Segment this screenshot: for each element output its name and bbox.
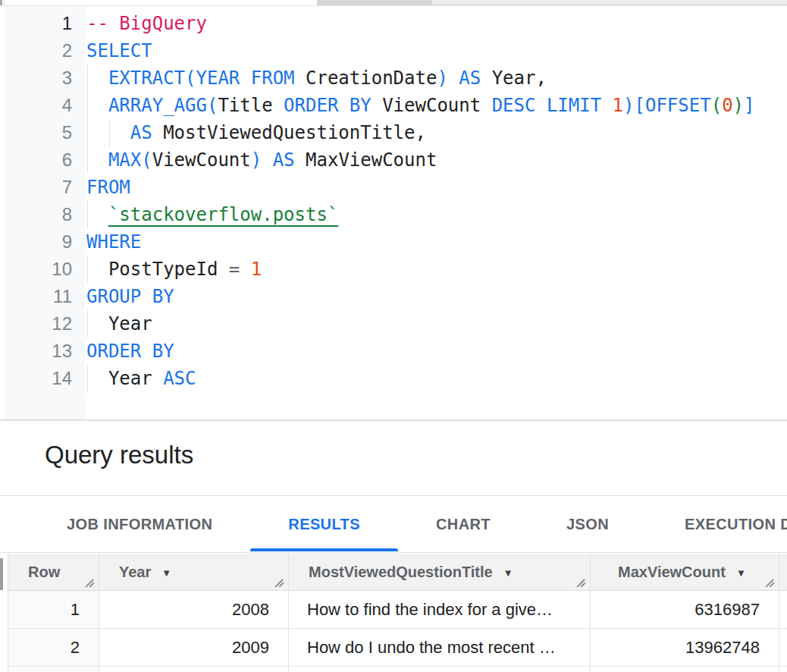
code-line: 4 ARRAY_AGG(Title ORDER BY ViewCount DES… [5,92,787,119]
code-line: 1-- BigQuery [5,10,787,37]
code-text: Year ASC [85,365,787,392]
column-resize-handle[interactable] [274,576,285,588]
table-row [8,667,787,672]
sql-editor[interactable]: 1-- BigQuery2SELECT3 EXTRACT(YEAR FROM C… [0,5,787,419]
code-text: PostTypeId = 1 [85,256,787,283]
code-text: MAX(ViewCount) AS MaxViewCount [85,146,787,174]
code-line: 3 EXTRACT(YEAR FROM CreationDate) AS Yea… [5,64,787,92]
cell [779,629,787,666]
results-tab-bar: JOB INFORMATIONRESULTSCHARTJSONEXECUTION… [0,497,787,553]
code-text: EXTRACT(YEAR FROM CreationDate) AS Year, [85,64,787,92]
indent-guide [109,119,110,146]
sort-arrow-icon[interactable]: ▼ [736,567,746,579]
bigquery-screen: 1-- BigQuery2SELECT3 EXTRACT(YEAR FROM C… [0,0,787,672]
line-number: 13 [5,338,85,365]
code-text: ARRAY_AGG(Title ORDER BY ViewCount DESC … [85,92,787,119]
cell: 2008 [99,591,289,628]
query-results-header: Query results [0,421,787,495]
column-header-mostviewedquestiontitle[interactable]: MostViewedQuestionTitle▼ [289,554,591,590]
column-header-stub [779,554,787,590]
cell: 13962748 [591,629,779,666]
tab-json[interactable]: JSON [528,497,647,552]
cell [779,591,787,628]
indent-guide [87,64,88,92]
table-scrollbar-fragment[interactable] [0,558,3,590]
code-line: 14 Year ASC [5,365,787,392]
code-line: 10 PostTypeId = 1 [5,256,787,283]
column-header-maxviewcount[interactable]: MaxViewCount▼ [591,554,779,590]
tab-execution-details[interactable]: EXECUTION DETAILS [647,497,787,552]
line-number: 9 [5,228,85,256]
indent-guide [87,92,88,119]
column-resize-handle[interactable] [575,576,587,588]
column-label: MostViewedQuestionTitle [309,564,493,581]
code-line: 13ORDER BY [5,338,787,365]
code-line: 11GROUP BY [5,283,787,310]
indent-guide [87,365,88,392]
code-line: 5 AS MostViewedQuestionTitle, [5,119,787,146]
cell: 2009 [99,629,289,666]
line-number: 2 [5,37,85,64]
code-text: -- BigQuery [85,10,787,37]
code-text: AS MostViewedQuestionTitle, [85,119,787,146]
cell: 6316987 [591,591,779,628]
results-table: RowYear▼MostViewedQuestionTitle▼MaxViewC… [8,554,787,672]
code-line: 6 MAX(ViewCount) AS MaxViewCount [5,146,787,174]
line-number: 5 [5,119,85,146]
cell: How to find the index for a give… [289,591,591,628]
sort-arrow-icon[interactable]: ▼ [161,567,171,579]
tab-job-information[interactable]: JOB INFORMATION [29,497,250,552]
tab-chart[interactable]: CHART [398,497,528,552]
column-header-row[interactable]: Row [8,554,99,590]
code-text: FROM [85,174,787,201]
code-text: `stackoverflow.posts` [85,201,787,228]
code-text: Year [85,310,787,338]
line-number: 6 [5,146,85,174]
column-resize-handle[interactable] [764,576,776,588]
indent-guide [87,119,88,146]
code-line: 8 `stackoverflow.posts` [5,201,787,228]
code-line: 2SELECT [5,37,787,64]
code-text: SELECT [85,37,787,64]
page-title: Query results [0,421,787,469]
line-number: 11 [5,283,85,310]
line-number: 10 [5,256,85,283]
line-number: 12 [5,310,85,338]
cell: 2 [8,629,99,666]
column-header-year[interactable]: Year▼ [99,554,289,590]
top-strip [432,0,787,5]
cell [289,667,591,672]
line-number: 4 [5,92,85,119]
table-row: 12008How to find the index for a give…63… [8,591,787,629]
line-number: 14 [5,365,85,392]
cell [591,667,779,672]
code-text: WHERE [85,228,787,256]
section-divider [0,495,787,496]
code-text: GROUP BY [85,283,787,310]
line-number: 1 [5,10,85,37]
indent-guide [87,201,88,228]
column-label: Year [119,564,151,581]
table-header-row: RowYear▼MostViewedQuestionTitle▼MaxViewC… [8,554,787,591]
code-line: 7FROM [5,174,787,201]
column-resize-handle[interactable] [84,576,96,588]
line-number: 8 [5,201,85,228]
cell [779,667,787,672]
code-line: 9WHERE [5,228,787,256]
indent-guide [87,146,88,174]
cell [99,667,289,672]
code-line: 12 Year [5,310,787,338]
code-text: ORDER BY [85,338,787,365]
cell [8,667,99,672]
tab-results[interactable]: RESULTS [250,497,398,552]
cell: How do I undo the most recent … [289,629,591,666]
indent-guide [87,256,88,283]
sort-arrow-icon[interactable]: ▼ [503,567,513,579]
top-scrollbar-fragment[interactable] [317,0,432,5]
indent-guide [87,310,88,338]
cell: 1 [8,591,99,628]
table-row: 22009How do I undo the most recent …1396… [8,629,787,667]
column-label: MaxViewCount [618,564,726,581]
line-number: 7 [5,174,85,201]
line-number: 3 [5,64,85,92]
